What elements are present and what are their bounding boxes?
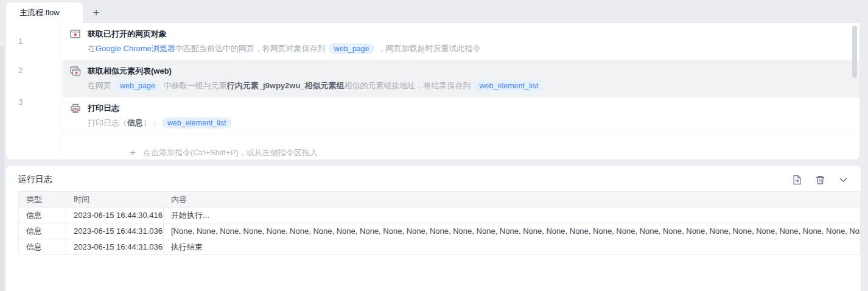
step-title: 打印日志 (88, 103, 119, 114)
variable-pill-web-element-list[interactable]: web_element_list (162, 117, 232, 128)
log-type: 信息 (19, 223, 66, 239)
log-table-header-row: 类型 时间 内容 (19, 192, 861, 208)
log-row-1[interactable]: 信息 2023-06-15 16:44:30.416 开始执行... (19, 208, 861, 223)
tab-main-flow-label: 主流程.flow (19, 7, 60, 18)
log-time: 2023-06-15 16:44:31.036 (66, 223, 164, 239)
flow-step-3[interactable]: 打印日志 打印日志（信息）：web_element_list (63, 97, 859, 135)
export-log-icon[interactable] (792, 175, 802, 185)
log-time: 2023-06-15 16:44:30.416 (66, 208, 164, 223)
element-name-label[interactable]: 行内元素_j9wpy2wu_相似元素组 (227, 81, 345, 90)
log-row-2[interactable]: 信息 2023-06-15 16:44:31.036 [None, None, … (19, 223, 861, 239)
run-log-title: 运行日志 (18, 174, 52, 185)
left-panel-edge (0, 46, 4, 291)
flow-step-1[interactable]: 获取已打开的网页对象 在Google Chrome浏览器中匹配当前选中的网页，将… (63, 23, 859, 60)
log-type: 信息 (19, 239, 66, 255)
new-tab-button[interactable]: + (85, 2, 107, 23)
line-number-gutter: 1 2 3 (6, 23, 62, 160)
clear-log-icon[interactable] (815, 175, 825, 185)
step-description: 在Google Chrome浏览器中匹配当前选中的网页，将网页对象保存到web_… (88, 43, 850, 54)
flow-canvas: 1 2 3 获取已打开的网页对象 在Google Chrome浏览器中匹配当前选… (6, 23, 859, 160)
run-log-table: 类型 时间 内容 信息 2023-06-15 16:44:30.416 开始执行… (18, 191, 861, 255)
flow-step-2[interactable]: 获取相似元素列表(web) 在网页web_page中获取一组与元素行内元素_j9… (63, 60, 859, 97)
add-instruction-button[interactable]: + 点击添加指令(Ctrl+Shift+P)，或从左侧指令区拖入 (130, 147, 859, 159)
log-level-label: 信息 (127, 118, 143, 127)
run-log-panel: 运行日志 (6, 166, 861, 291)
step-title: 获取相似元素列表(web) (88, 66, 172, 77)
line-number-2: 2 (18, 66, 23, 75)
variable-pill-web-page[interactable]: web_page (329, 43, 375, 54)
add-instruction-label: 点击添加指令(Ctrl+Shift+P)，或从左侧指令区拖入 (143, 147, 318, 158)
get-opened-webpage-icon (70, 29, 81, 39)
log-content: 开始执行... (164, 208, 861, 223)
step-description: 在网页web_page中获取一组与元素行内元素_j9wpy2wu_相似元素组相似… (88, 80, 850, 91)
line-number-1: 1 (18, 37, 23, 46)
log-time: 2023-06-15 16:44:31.036 (66, 239, 164, 255)
variable-pill-web-page[interactable]: web_page (114, 80, 161, 91)
print-log-icon (70, 103, 81, 113)
column-header-time[interactable]: 时间 (66, 192, 164, 208)
column-header-type[interactable]: 类型 (19, 192, 66, 208)
canvas-scrollbar-thumb[interactable] (852, 26, 857, 78)
tab-main-flow[interactable]: 主流程.flow (6, 2, 83, 23)
line-number-3: 3 (18, 97, 23, 107)
column-header-content[interactable]: 内容 (164, 192, 861, 208)
step-title: 获取已打开的网页对象 (88, 29, 167, 40)
log-type: 信息 (19, 208, 66, 223)
step-description: 打印日志（信息）：web_element_list (88, 117, 850, 128)
collapse-panel-icon[interactable] (838, 175, 849, 185)
get-similar-elements-icon (70, 66, 81, 76)
log-content: [None, None, None, None, None, None, Non… (164, 223, 861, 239)
plus-icon: + (130, 147, 136, 159)
plus-icon: + (93, 6, 99, 19)
tab-bar: 主流程.flow + (6, 2, 859, 23)
log-row-3[interactable]: 信息 2023-06-15 16:44:31.036 执行结束 (19, 239, 861, 255)
browser-link[interactable]: Google Chrome浏览器 (96, 44, 175, 53)
log-content: 执行结束 (164, 239, 861, 255)
variable-pill-web-element-list[interactable]: web_element_list (474, 80, 544, 91)
